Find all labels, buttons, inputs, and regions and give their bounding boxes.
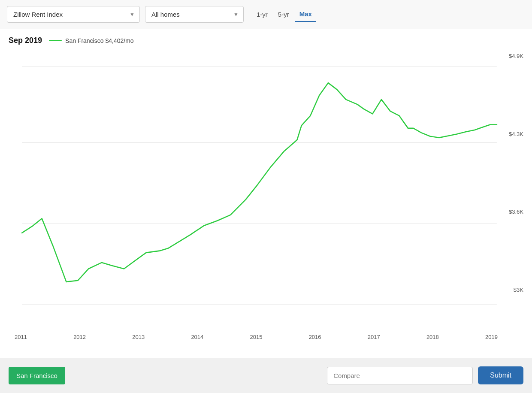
x-axis-labels: 2011 2012 2013 2014 2015 2016 2017 2018 …: [9, 334, 498, 340]
homes-select[interactable]: All homes Single family Condo/Co-op Town…: [145, 6, 244, 23]
compare-input[interactable]: [327, 367, 473, 384]
chart-container: $4.9K $4.3K $3.6K $3K 2011 2012 2013 201…: [9, 53, 523, 340]
chart-date: Sep 2019: [9, 36, 42, 45]
homes-select-wrapper: All homes Single family Condo/Co-op Town…: [145, 6, 244, 23]
time-btn-1yr[interactable]: 1-yr: [252, 7, 272, 21]
legend-item-sf: San Francisco $4,402/mo: [49, 37, 134, 44]
y-label-36k: $3.6K: [500, 209, 523, 215]
submit-button[interactable]: Submit: [478, 366, 523, 384]
chart-area: Sep 2019 San Francisco $4,402/mo $4.9K $…: [0, 29, 532, 364]
index-select-wrapper: Zillow Rent Index Zillow Home Value Inde…: [7, 6, 140, 23]
toolbar: Zillow Rent Index Zillow Home Value Inde…: [0, 0, 532, 29]
time-btn-max[interactable]: Max: [295, 7, 316, 22]
chart-svg: [9, 53, 523, 340]
footer: San Francisco Submit: [0, 358, 532, 393]
legend-line-sf: [49, 40, 62, 41]
index-select[interactable]: Zillow Rent Index Zillow Home Value Inde…: [7, 6, 140, 23]
x-label-2016: 2016: [309, 334, 321, 340]
x-label-2018: 2018: [426, 334, 439, 340]
y-label-43k: $4.3K: [500, 131, 523, 137]
legend-label-sf: San Francisco $4,402/mo: [65, 37, 134, 44]
x-label-2019: 2019: [485, 334, 498, 340]
time-btn-5yr[interactable]: 5-yr: [274, 7, 293, 21]
y-label-49k: $4.9K: [500, 53, 523, 59]
city-tag-sf[interactable]: San Francisco: [9, 367, 65, 384]
chart-header: Sep 2019 San Francisco $4,402/mo: [9, 36, 523, 45]
x-label-2014: 2014: [191, 334, 203, 340]
time-range-buttons: 1-yr 5-yr Max: [252, 7, 316, 22]
x-label-2013: 2013: [132, 334, 145, 340]
legend-value-sf: $4,402/mo: [105, 37, 133, 44]
x-label-2017: 2017: [368, 334, 380, 340]
x-label-2012: 2012: [73, 334, 86, 340]
x-label-2011: 2011: [15, 334, 27, 340]
x-label-2015: 2015: [250, 334, 263, 340]
y-axis-labels: $4.9K $4.3K $3.6K $3K: [500, 53, 523, 297]
y-label-3k: $3K: [500, 287, 523, 293]
